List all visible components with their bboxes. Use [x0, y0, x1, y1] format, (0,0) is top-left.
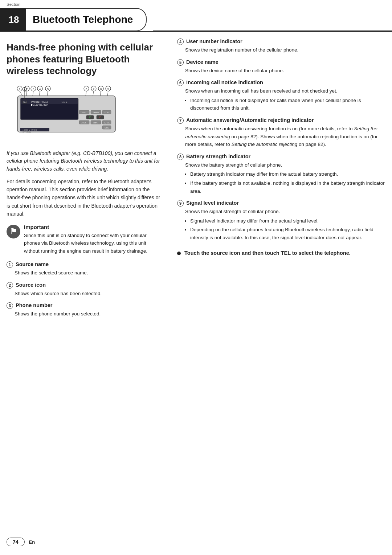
item-4-num: 4 [177, 38, 184, 45]
svg-line-52 [26, 91, 27, 96]
item-2-text: Shows which source has been selected. [15, 290, 163, 298]
item-3-num: 3 [7, 302, 13, 309]
svg-text:1: 1 [19, 87, 21, 90]
item-1-num: 1 [7, 261, 13, 268]
item-7: 7 Automatic answering/Automatic rejectin… [177, 117, 385, 148]
svg-text:Phone: Phone [93, 111, 99, 114]
svg-text:3: 3 [33, 87, 34, 90]
item-6-bullets: Incoming call notice is not displayed fo… [190, 97, 385, 112]
item-6-bullet-1: Incoming call notice is not displayed fo… [190, 97, 385, 112]
page-heading: Hands-free phoning with cellular phones … [7, 41, 163, 77]
important-title: Important [24, 224, 163, 230]
item-3-text: Shows the phone number you selected. [15, 310, 163, 318]
section-label: Section [7, 2, 20, 7]
item-5-num: 5 [177, 59, 184, 66]
svg-text:9: 9 [107, 87, 109, 90]
item-7-text: Shows when the automatic answering funct… [185, 125, 385, 148]
svg-text:▶01234567890: ▶01234567890 [31, 103, 48, 106]
header-title-box: Bluetooth Telephone [26, 8, 147, 31]
touch-line: Touch the source icon and then touch TEL… [177, 249, 385, 257]
section-number: 18 [0, 8, 26, 31]
item-9: 9 Signal level indicator Shows the signa… [177, 200, 385, 241]
page-header: Section 18 Bluetooth Telephone [0, 0, 392, 32]
device-diagram-svg: TEL Phone1: PR012 ▶01234567890 noto ▶ LI… [7, 82, 130, 144]
page-number: 74 [7, 538, 25, 546]
item-7-title: 7 Automatic answering/Automatic rejectin… [177, 117, 385, 124]
svg-text:1: 1 [24, 100, 25, 103]
svg-line-51 [20, 91, 23, 96]
item-5-text: Shows the device name of the cellular ph… [185, 67, 385, 75]
item-1: 1 Source name Shows the selected source … [7, 261, 163, 277]
header-right-spacer [153, 8, 392, 31]
svg-text:✆: ✆ [89, 116, 91, 119]
item-3: 3 Phone number Shows the phone number yo… [7, 302, 163, 318]
page-footer: 74 En [7, 538, 35, 546]
svg-line-53 [33, 91, 33, 96]
header-bar: 18 Bluetooth Telephone [0, 8, 392, 32]
item-8-title: 8 Battery strength indicator [177, 154, 385, 160]
important-text: Since this unit is on standby to connect… [24, 232, 163, 255]
item-4-text: Shows the registration number of the cel… [185, 46, 385, 54]
svg-line-57 [93, 91, 94, 96]
svg-text:OFF      MENU: OFF MENU [23, 131, 31, 133]
svg-line-55 [47, 91, 48, 96]
svg-text:8: 8 [100, 87, 102, 90]
svg-text:add*.*: add*.* [93, 122, 98, 124]
main-content: Hands-free phoning with cellular phones … [0, 38, 392, 323]
intro-normal-text: For details concerning operation, refer … [7, 177, 163, 218]
item-2-num: 2 [7, 282, 13, 289]
intro-italic-text: If you use Bluetooth adapter (e.g. CD-BT… [7, 150, 163, 173]
item-8-num: 8 [177, 154, 184, 160]
item-8-bullet-2: If the battery strength is not available… [190, 179, 385, 195]
svg-text:5: 5 [47, 87, 49, 90]
item-9-bullet-1: Signal level indicator may differ from t… [190, 217, 385, 225]
svg-rect-2 [21, 99, 78, 104]
item-8: 8 Battery strength indicator Shows the b… [177, 154, 385, 195]
item-9-bullets: Signal level indicator may differ from t… [190, 217, 385, 242]
item-5: 5 Device name Shows the device name of t… [177, 59, 385, 75]
svg-text:ESC: ESC [105, 127, 109, 129]
item-3-title: 3 Phone number [7, 302, 163, 309]
item-8-bullet-1: Battery strength indicator may differ fr… [190, 170, 385, 178]
svg-line-54 [39, 91, 40, 96]
item-1-title: 1 Source name [7, 261, 163, 268]
item-9-text: Shows the signal strength of cellular ph… [185, 208, 385, 216]
svg-text:✆: ✆ [99, 116, 101, 119]
svg-text:VOICE: VOICE [103, 122, 110, 124]
item-6-title: 6 Incoming call notice indication [177, 79, 385, 86]
item-6-text: Shows when an incoming call has been rec… [185, 87, 385, 95]
bullet-icon [177, 252, 181, 255]
page-lang: En [29, 539, 35, 545]
svg-text:2: 2 [26, 87, 28, 90]
item-6-num: 6 [177, 79, 184, 86]
svg-text:7: 7 [93, 87, 95, 90]
item-4: 4 User number indicator Shows the regist… [177, 38, 385, 54]
svg-text:LOG: LOG [105, 111, 109, 114]
item-2-title: 2 Source icon [7, 282, 163, 289]
item-9-bullet-2: Depending on the cellular phones featuri… [190, 226, 385, 241]
item-7-num: 7 [177, 117, 184, 124]
item-9-num: 9 [177, 200, 184, 207]
right-column: 4 User number indicator Shows the regist… [173, 38, 385, 323]
svg-line-58 [100, 91, 101, 96]
item-8-text: Shows the battery strength of cellular p… [185, 161, 385, 169]
item-1-text: Shows the selected source name. [15, 269, 163, 277]
item-6: 6 Incoming call notice indication Shows … [177, 79, 385, 112]
svg-text:DIRECT: DIRECT [81, 122, 88, 124]
item-2: 2 Source icon Shows which source has bee… [7, 282, 163, 298]
item-5-title: 5 Device name [177, 59, 385, 66]
item-8-bullets: Battery strength indicator may differ fr… [190, 170, 385, 195]
important-icon: ⚑ [7, 225, 20, 238]
header-title: Bluetooth Telephone [33, 14, 133, 25]
svg-text:≡ DISC   ► AUDIO: ≡ DISC ► AUDIO [23, 129, 37, 131]
svg-text:Phone1: PR012: Phone1: PR012 [31, 101, 48, 103]
svg-text:4: 4 [39, 87, 41, 90]
svg-text:noto ▶: noto ▶ [61, 101, 68, 103]
svg-text:6: 6 [86, 87, 87, 90]
device-diagram: TEL Phone1: PR012 ▶01234567890 noto ▶ LI… [7, 82, 130, 144]
svg-line-56 [86, 91, 86, 96]
item-4-title: 4 User number indicator [177, 38, 385, 45]
svg-line-59 [107, 91, 108, 96]
svg-text:LIST: LIST [82, 111, 86, 114]
important-content: Important Since this unit is on standby … [24, 224, 163, 255]
